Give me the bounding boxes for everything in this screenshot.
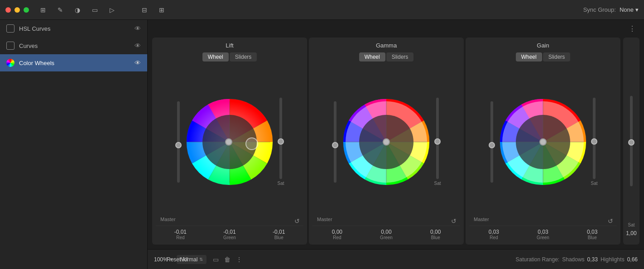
sidebar-item-hsl-curves[interactable]: HSL Curves 👁 bbox=[0, 20, 147, 37]
gain-title: Gain bbox=[537, 42, 549, 49]
gain-sat-slider-container: Sat bbox=[590, 98, 598, 186]
svg-point-11 bbox=[383, 139, 389, 145]
lift-green-col: -0,01 Green bbox=[205, 229, 255, 240]
gain-blue-col: 0,03 Blue bbox=[567, 229, 617, 240]
gamma-values-row: 0,00 Red 0,00 Green 0,00 Blue bbox=[312, 226, 460, 240]
gamma-red-value: 0,00 bbox=[332, 229, 342, 235]
gain-reset-icon[interactable]: ↺ bbox=[608, 217, 613, 225]
folder-icon[interactable]: ⊟ bbox=[139, 5, 149, 15]
maximize-button[interactable] bbox=[24, 7, 29, 13]
lift-values-row: -0,01 Red -0,01 Green -0,01 Blue bbox=[156, 226, 303, 240]
lift-red-col: -0,01 Red bbox=[156, 229, 205, 240]
reset-all-wrapper: Reset All bbox=[163, 255, 192, 264]
gamma-green-col: 0,00 Green bbox=[362, 229, 411, 240]
lift-green-label: Green bbox=[223, 235, 236, 240]
more-icon[interactable]: ▷ bbox=[107, 5, 117, 15]
sidebar-item-color-wheels[interactable]: Color Wheels 👁 bbox=[0, 54, 147, 71]
gamma-tab-sliders[interactable]: Sliders bbox=[386, 52, 414, 61]
gamma-red-label: Red bbox=[333, 235, 341, 240]
content-area: ⋮ Lift Wheel Sliders bbox=[148, 20, 644, 269]
sidebar-item-label-color-wheels: Color Wheels bbox=[19, 60, 130, 66]
gain-green-value: 0,03 bbox=[538, 229, 548, 235]
options-icon[interactable]: ⋮ bbox=[236, 256, 242, 263]
visibility-icon-hsl[interactable]: 👁 bbox=[135, 25, 141, 32]
gamma-blue-value: 0,00 bbox=[430, 229, 441, 235]
saturation-range: Saturation Range: Shadows 0,33 Highlight… bbox=[515, 256, 638, 263]
gamma-tab-wheel[interactable]: Wheel bbox=[359, 52, 385, 61]
lift-wheel-area: Sat bbox=[156, 66, 303, 217]
lift-red-label: Red bbox=[176, 235, 184, 240]
gain-red-col: 0,03 Red bbox=[469, 229, 519, 240]
lift-blue-label: Blue bbox=[274, 235, 284, 240]
gain-red-value: 0,03 bbox=[489, 229, 499, 235]
lift-left-slider-container bbox=[174, 101, 183, 183]
outer-sat-slider[interactable] bbox=[630, 96, 633, 186]
blend-mode-arrow-icon: ⇅ bbox=[199, 257, 203, 262]
titlebar: ⊞ ✎ ◑ ▭ ▷ ⊟ ⊞ Sync Group: None ▾ bbox=[0, 0, 644, 20]
reset-all-button[interactable]: Reset All bbox=[163, 255, 192, 264]
more-options-button[interactable]: ⋮ bbox=[626, 24, 639, 34]
sidebar-item-curves[interactable]: Curves 👁 bbox=[0, 37, 147, 54]
monitor-icon[interactable]: ▭ bbox=[213, 256, 219, 263]
lift-title: Lift bbox=[226, 42, 233, 49]
gain-green-col: 0,03 Green bbox=[519, 229, 568, 240]
bottom-bar: Reset All 100% ▾ Normal ⇅ ▭ 🗑 ⋮ Saturati… bbox=[148, 249, 644, 269]
gamma-master-slider[interactable] bbox=[334, 101, 336, 183]
delete-icon[interactable]: 🗑 bbox=[224, 256, 231, 263]
lift-master-slider[interactable] bbox=[177, 101, 180, 183]
gamma-panel: Gamma Wheel Sliders bbox=[309, 38, 464, 245]
lift-reset-row: ↺ bbox=[156, 217, 303, 225]
traffic-lights bbox=[5, 7, 29, 13]
lift-tab-wheel[interactable]: Wheel bbox=[202, 52, 229, 61]
gamma-red-col: 0,00 Red bbox=[312, 229, 362, 240]
gain-sat-slider[interactable] bbox=[593, 98, 596, 179]
lift-blue-col: -0,01 Blue bbox=[254, 229, 303, 240]
highlights-label: Highlights bbox=[601, 256, 625, 263]
sync-group-value[interactable]: None ▾ bbox=[620, 6, 639, 13]
sidebar-item-label-curves: Curves bbox=[19, 42, 130, 49]
gain-values-row: 0,03 Red 0,03 Green 0,03 Blue bbox=[469, 226, 617, 240]
gain-master-slider[interactable] bbox=[490, 101, 493, 183]
gamma-tabs: Wheel Sliders bbox=[359, 52, 414, 61]
sync-group: Sync Group: None ▾ bbox=[583, 6, 639, 13]
hsl-curves-icon bbox=[6, 24, 14, 33]
highlights-value: 0,66 bbox=[627, 256, 638, 263]
visibility-icon-curves[interactable]: 👁 bbox=[135, 42, 141, 49]
lift-tab-sliders[interactable]: Sliders bbox=[230, 52, 257, 61]
gain-left-slider-container bbox=[488, 101, 496, 183]
curves-icon bbox=[6, 42, 14, 50]
lift-sat-slider-container: Sat bbox=[277, 98, 285, 186]
chevron-down-icon: ▾ bbox=[635, 6, 639, 13]
gain-tab-wheel[interactable]: Wheel bbox=[516, 52, 542, 61]
lift-reset-icon[interactable]: ↺ bbox=[294, 217, 300, 225]
gamma-sat-slider[interactable] bbox=[436, 98, 439, 179]
lift-sat-slider[interactable] bbox=[279, 98, 282, 179]
gamma-green-label: Green bbox=[380, 235, 393, 240]
minimize-button[interactable] bbox=[14, 7, 20, 13]
outer-sat-panel: Sat 1,00 bbox=[623, 38, 639, 245]
shadows-label: Shadows bbox=[562, 256, 584, 263]
gamma-reset-icon[interactable]: ↺ bbox=[451, 217, 457, 225]
saturation-range-label: Saturation Range: bbox=[515, 256, 559, 263]
gain-blue-label: Blue bbox=[588, 235, 597, 240]
gamma-green-value: 0,00 bbox=[381, 229, 391, 235]
lift-blue-value: -0,01 bbox=[273, 229, 285, 235]
edit-icon[interactable]: ✎ bbox=[55, 5, 65, 15]
close-button[interactable] bbox=[5, 7, 11, 13]
deliver-icon[interactable]: ▭ bbox=[90, 5, 100, 15]
nodes-icon[interactable]: ⊞ bbox=[38, 5, 48, 15]
visibility-icon-wheels[interactable]: 👁 bbox=[135, 59, 141, 66]
lift-panel: Lift Wheel Sliders bbox=[152, 38, 307, 245]
lift-color-wheel[interactable] bbox=[184, 97, 275, 187]
gain-color-wheel[interactable] bbox=[498, 97, 588, 187]
gamma-title: Gamma bbox=[376, 42, 397, 49]
gain-panel: Gain Wheel Sliders bbox=[466, 38, 620, 245]
grid-icon[interactable]: ⊞ bbox=[157, 5, 167, 15]
gain-sat-label: Sat bbox=[591, 181, 597, 186]
gamma-reset-row: ↺ bbox=[312, 217, 460, 225]
gain-tab-sliders[interactable]: Sliders bbox=[543, 52, 571, 61]
color-icon[interactable]: ◑ bbox=[72, 5, 82, 15]
gain-reset-row: ↺ bbox=[469, 217, 617, 225]
gamma-color-wheel[interactable] bbox=[341, 97, 432, 187]
svg-point-5 bbox=[226, 139, 232, 145]
